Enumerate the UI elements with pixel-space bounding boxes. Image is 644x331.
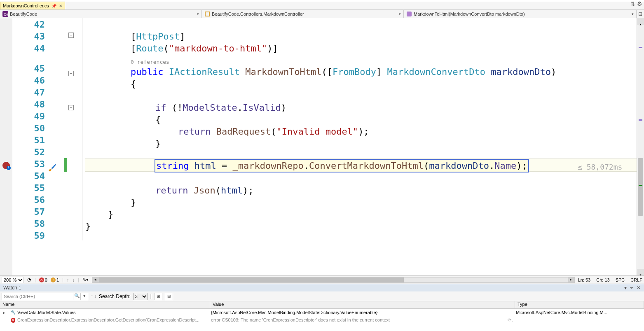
code-editor: 42 43 44 45 46 47 48 49 50 51 52 53 54 5… <box>0 18 644 284</box>
breakpoint-gutter[interactable] <box>0 18 12 275</box>
watch-row[interactable]: ✕ CronExpressionDescriptor.ExpressionDes… <box>0 316 644 324</box>
status-line: Ln: 53 <box>578 277 591 282</box>
no-issues-icon[interactable]: ◔ <box>27 277 31 282</box>
line-number: 58 <box>12 218 45 230</box>
line-number: 43 <box>12 30 45 42</box>
scroll-down-icon[interactable]: ▾ <box>637 269 644 275</box>
nav-class-dropdown[interactable]: C# BeautifyCode ▾ <box>0 10 202 18</box>
col-type[interactable]: Type <box>515 301 644 308</box>
quick-action-gutter: 🖌️ <box>47 18 64 275</box>
fold-line <box>71 18 71 240</box>
window-icons: ⇅ ⚙ <box>630 0 642 7</box>
chevron-down-icon[interactable]: ▾ <box>197 12 199 16</box>
toolbar-expand-icon[interactable]: ⊞ <box>154 293 162 300</box>
search-next-icon[interactable]: ↓ <box>94 294 96 299</box>
watch-row[interactable]: ▸ 🔧 ViewData.ModelState.Values {Microsof… <box>0 309 644 316</box>
error-count[interactable]: ✕0 <box>39 277 47 282</box>
scrollbar-marker <box>639 185 642 186</box>
warning-count[interactable]: !1 <box>51 277 59 282</box>
split-editor-icon[interactable]: ⊟ <box>637 11 644 17</box>
breakpoint-marker[interactable] <box>2 162 10 169</box>
close-icon[interactable]: ✕ <box>637 285 641 291</box>
col-value[interactable]: Value <box>210 301 515 308</box>
watch-name: CronExpressionDescriptor.ExpressionDescr… <box>15 317 208 322</box>
vertical-scrollbar[interactable]: ▴ ▾ <box>637 18 644 275</box>
line-number: 55 <box>12 182 45 194</box>
watch-title-bar[interactable]: Watch 1 ▾ ⫟ ✕ <box>0 284 644 291</box>
refresh-icon[interactable]: ⟳ <box>505 317 513 323</box>
line-number: 44 <box>12 42 45 54</box>
watch-search-box[interactable]: 🔍 ▾ <box>2 293 88 300</box>
chevron-down-icon[interactable]: ▾ <box>632 12 634 16</box>
watch-type: Microsoft.AspNetCore.Mvc.ModelBinding.M.… <box>513 310 644 315</box>
window-position-icon[interactable]: ▾ <box>624 285 627 291</box>
search-dropdown-icon[interactable]: ▾ <box>80 293 88 300</box>
svg-text:C#: C# <box>4 12 8 16</box>
watch-toolbar: 🔍 ▾ ↑ ↓ Search Depth: 3 | ⊞ ⊟ <box>0 291 644 301</box>
line-number: 50 <box>12 122 45 134</box>
file-tab-active[interactable]: MarkdownController.cs 📌 ✕ <box>0 2 65 9</box>
watch-search-input[interactable] <box>2 293 73 300</box>
scrollbar-marker <box>639 47 642 48</box>
nav-class-label: BeautifyCode <box>10 12 37 16</box>
nav-down-icon[interactable]: ↓ <box>72 277 75 282</box>
auto-hide-icon[interactable]: ⇅ <box>630 0 635 7</box>
depth-dropdown[interactable]: 3 <box>133 293 148 300</box>
navigation-bar: C# BeautifyCode ▾ BeautifyCode.Controlle… <box>0 10 644 18</box>
lightbulb-icon[interactable]: 🖌️ <box>48 162 56 169</box>
perf-tip[interactable]: ≤ 58,072ms <box>578 161 622 173</box>
line-number: 57 <box>12 206 45 218</box>
scrollbar-thumb[interactable] <box>638 158 643 216</box>
nav-namespace-dropdown[interactable]: BeautifyCode.Controllers.MarkdownControl… <box>202 10 404 18</box>
csharp-icon: C# <box>2 11 8 17</box>
fold-toggle[interactable]: − <box>68 71 74 76</box>
line-number: 49 <box>12 110 45 122</box>
line-number-gutter: 42 43 44 45 46 47 48 49 50 51 52 53 54 5… <box>12 18 47 275</box>
status-eol[interactable]: CRLF <box>630 277 642 282</box>
highlighted-statement: string html = _markdownRepo.ConvertMarkd… <box>155 159 529 172</box>
line-number: 53 <box>12 158 45 170</box>
nav-member-dropdown[interactable]: MarkdownToHtml(MarkdownConvertDto markdo… <box>404 10 637 18</box>
zoom-dropdown[interactable]: 200 % <box>2 277 24 283</box>
pin-icon[interactable]: ⫟ <box>629 285 634 291</box>
fold-gutter[interactable]: − − − <box>67 18 80 275</box>
watch-grid[interactable]: Name Value Type ▸ 🔧 ViewData.ModelState.… <box>0 301 644 331</box>
search-prev-icon[interactable]: ↑ <box>91 294 93 299</box>
svg-rect-2 <box>205 12 209 16</box>
line-number: 45 <box>12 63 45 75</box>
code-area[interactable]: [HttpPost] [Route("markdown-to-html")] 0… <box>85 18 637 275</box>
method-icon <box>406 11 412 17</box>
chevron-down-icon[interactable]: ▾ <box>399 12 401 16</box>
status-indent[interactable]: SPC <box>616 277 625 282</box>
indent-guide <box>80 18 85 275</box>
nav-up-icon[interactable]: ↑ <box>67 277 69 282</box>
line-number: 59 <box>12 230 45 242</box>
horizontal-scrollbar[interactable]: ◂ ▸ <box>92 277 575 283</box>
line-number: 51 <box>12 134 45 146</box>
scroll-up-icon[interactable]: ▴ <box>637 18 644 25</box>
watch-title-label: Watch 1 <box>3 285 21 291</box>
nav-namespace-label: BeautifyCode.Controllers.MarkdownControl… <box>212 12 304 16</box>
wrench-icon: 🔧 <box>8 310 15 315</box>
expand-icon[interactable]: ▸ <box>0 310 8 315</box>
pin-icon[interactable]: 📌 <box>52 4 56 8</box>
file-tab-strip: MarkdownController.cs 📌 ✕ <box>0 2 644 10</box>
svg-rect-3 <box>407 12 412 16</box>
search-nav: ↑ ↓ <box>91 294 96 299</box>
gear-icon[interactable]: ⚙ <box>637 0 642 7</box>
line-number: 42 <box>12 19 45 30</box>
close-icon[interactable]: ✕ <box>59 4 62 8</box>
search-submit-icon[interactable]: 🔍 <box>73 293 80 300</box>
editor-body[interactable]: 42 43 44 45 46 47 48 49 50 51 52 53 54 5… <box>0 18 644 275</box>
fold-toggle[interactable]: − <box>68 33 74 38</box>
line-number: 46 <box>12 75 45 86</box>
col-name[interactable]: Name <box>0 301 210 308</box>
line-number: 56 <box>12 194 45 206</box>
fold-toggle[interactable]: − <box>68 105 74 110</box>
nav-member-label: MarkdownToHtml(MarkdownConvertDto markdo… <box>414 12 525 16</box>
editor-status-bar: 200 % ◔ | ✕0 !1 | ↑ ↓ | ✎▾ ◂ ▸ Ln: 53 Ch… <box>0 275 644 284</box>
watch-panel: Watch 1 ▾ ⫟ ✕ 🔍 ▾ ↑ ↓ Search Depth: 3 | … <box>0 284 644 331</box>
line-number: 52 <box>12 146 45 158</box>
brush-icon[interactable]: ✎▾ <box>82 277 89 282</box>
toolbar-collapse-icon[interactable]: ⊟ <box>165 293 173 300</box>
